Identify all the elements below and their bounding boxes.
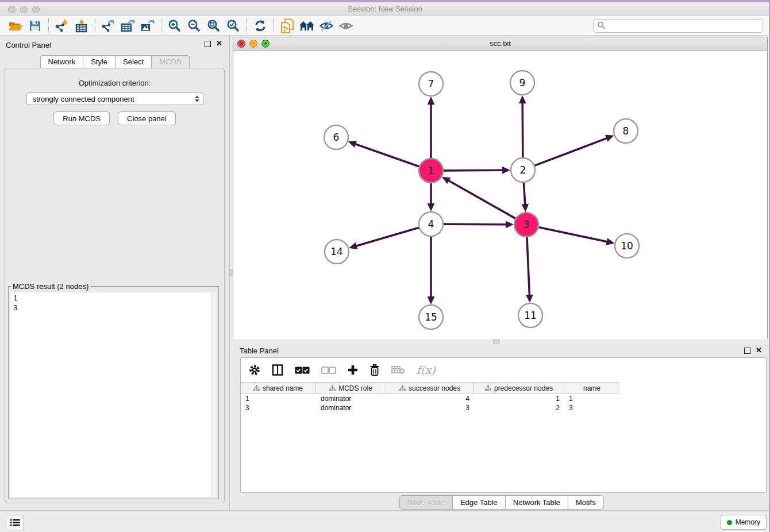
search-field[interactable]: [593, 19, 763, 33]
title-bar: Session: New Session: [0, 2, 770, 17]
tab-network-table[interactable]: Network Table: [505, 495, 568, 510]
refresh-layout-button[interactable]: [251, 17, 270, 34]
horizontal-split-handle[interactable]: [493, 340, 500, 344]
add-column-icon[interactable]: [348, 365, 358, 375]
search-input[interactable]: [606, 20, 763, 32]
tab-node-table[interactable]: Node Table: [399, 495, 453, 510]
save-session-button[interactable]: [25, 17, 45, 34]
graph-edge-3-10[interactable]: [539, 228, 608, 242]
mcds-result-textarea[interactable]: 1 3: [10, 292, 217, 497]
select-all-icon[interactable]: [295, 367, 310, 374]
close-table-panel-icon[interactable]: ✕: [756, 346, 762, 354]
cell-successor-nodes[interactable]: 3: [386, 403, 474, 413]
column-header-successor-nodes[interactable]: successor nodes: [386, 383, 474, 394]
cell-shared-name[interactable]: 1: [241, 394, 316, 403]
show-all-button[interactable]: [336, 17, 356, 34]
graph-edge-4-3[interactable]: [444, 224, 507, 225]
graph-node-label: 8: [623, 125, 629, 137]
graph-edge-2-9[interactable]: [522, 102, 523, 157]
graph-node-label: 2: [520, 164, 526, 176]
import-table-button[interactable]: [72, 17, 91, 34]
graph-edge-arrowhead: [348, 141, 357, 148]
network-canvas[interactable]: 7968124314101511: [233, 51, 767, 339]
zoom-selected-button[interactable]: [224, 17, 243, 34]
hide-selected-button[interactable]: [317, 17, 336, 34]
toggle-panes-icon[interactable]: [272, 364, 283, 376]
result-scrollbar[interactable]: [211, 292, 217, 497]
close-panel-icon[interactable]: ✕: [216, 39, 222, 48]
graph-edge-3-1[interactable]: [448, 180, 515, 218]
deselect-all-icon[interactable]: [321, 367, 336, 374]
eye-slash-icon: [319, 20, 334, 32]
column-header-mcds-role[interactable]: MCDS role: [316, 383, 386, 394]
graph-edge-2-3[interactable]: [523, 183, 525, 205]
graph-edge-1-6[interactable]: [355, 144, 419, 166]
table-row[interactable]: 1 dominator 4 1 1: [241, 394, 766, 403]
save-floppy-icon: [29, 20, 41, 32]
tab-style[interactable]: Style: [83, 55, 116, 68]
mcds-result-group: MCDS result (2 nodes) 1 3: [8, 282, 219, 499]
delete-table-icon[interactable]: [391, 365, 405, 375]
float-panel-icon[interactable]: [205, 41, 211, 47]
optimization-criterion-label: Optimization criterion:: [5, 79, 224, 87]
zoom-out-button[interactable]: [184, 17, 204, 34]
zoom-in-button[interactable]: [165, 17, 184, 34]
cell-name[interactable]: 3: [564, 403, 619, 413]
export-network-button[interactable]: [99, 17, 118, 34]
column-header-name[interactable]: name: [564, 383, 619, 394]
delete-column-icon[interactable]: [369, 364, 380, 376]
network-frame: ✕ − + scc.txt 7968124314101511: [233, 37, 768, 339]
clone-network-button[interactable]: [278, 17, 297, 34]
first-neighbors-button[interactable]: [297, 17, 317, 34]
close-panel-button[interactable]: Close panel: [118, 111, 176, 125]
memory-label: Memory: [736, 518, 760, 526]
zoom-fit-button[interactable]: [204, 17, 224, 34]
open-session-button[interactable]: [6, 17, 25, 34]
cell-successor-nodes[interactable]: 4: [386, 394, 474, 403]
tree-column-icon: [253, 385, 260, 391]
cell-predecessor-nodes[interactable]: 2: [474, 403, 564, 413]
cell-mcds-role[interactable]: dominator: [316, 394, 386, 403]
toolbar-separator: [274, 18, 274, 33]
table-header-row: shared name MCDS role successor nodes pr…: [241, 382, 619, 394]
graph-edge-1-2[interactable]: [444, 170, 503, 171]
graph-edges[interactable]: [348, 95, 615, 304]
tab-select[interactable]: Select: [115, 55, 152, 68]
criterion-dropdown[interactable]: strongly connected component: [26, 92, 203, 105]
node-table-card: f(x) shared name MCDS role successor nod…: [240, 357, 767, 493]
export-table-button[interactable]: [118, 17, 138, 34]
graph-edge-arrowhead: [605, 135, 614, 142]
function-builder-icon[interactable]: f(x): [417, 364, 436, 376]
zoom-selected-icon: [226, 19, 240, 33]
task-history-button[interactable]: [6, 515, 24, 530]
import-network-button[interactable]: [52, 17, 72, 34]
cell-mcds-role[interactable]: dominator: [316, 403, 386, 413]
tab-edge-table[interactable]: Edge Table: [452, 495, 506, 510]
graph-edge-4-14[interactable]: [356, 228, 419, 246]
float-table-panel-icon[interactable]: [744, 348, 750, 354]
cell-predecessor-nodes[interactable]: 1: [474, 394, 564, 403]
graph-edge-3-11[interactable]: [527, 237, 530, 296]
tab-network[interactable]: Network: [40, 55, 83, 68]
settings-gear-icon[interactable]: [249, 364, 260, 376]
cell-shared-name[interactable]: 3: [241, 403, 316, 413]
graph-edge-2-8[interactable]: [535, 138, 608, 165]
graph-node-label: 10: [621, 240, 633, 252]
mcds-buttons-row: Run MCDS Close panel: [5, 111, 224, 125]
cell-name[interactable]: 1: [564, 394, 619, 403]
tab-mcds[interactable]: MCDS: [151, 55, 189, 68]
graph-node-label: 9: [519, 77, 526, 88]
table-row[interactable]: 3 dominator 3 2 3: [241, 403, 766, 413]
export-image-button[interactable]: [138, 17, 157, 34]
graph-edge-arrowhead: [606, 238, 614, 245]
network-frame-titlebar[interactable]: ✕ − + scc.txt: [233, 37, 767, 51]
memory-button[interactable]: Memory: [721, 515, 767, 530]
run-mcds-button[interactable]: Run MCDS: [53, 111, 110, 125]
eye-icon: [338, 20, 353, 32]
column-header-predecessor-nodes[interactable]: predecessor nodes: [474, 383, 564, 394]
search-icon: [597, 21, 606, 30]
column-header-shared-name[interactable]: shared name: [241, 383, 316, 394]
window-title: Session: New Session: [0, 5, 770, 13]
tab-motifs[interactable]: Motifs: [568, 495, 604, 510]
graph-edge-arrowhead: [526, 295, 533, 303]
